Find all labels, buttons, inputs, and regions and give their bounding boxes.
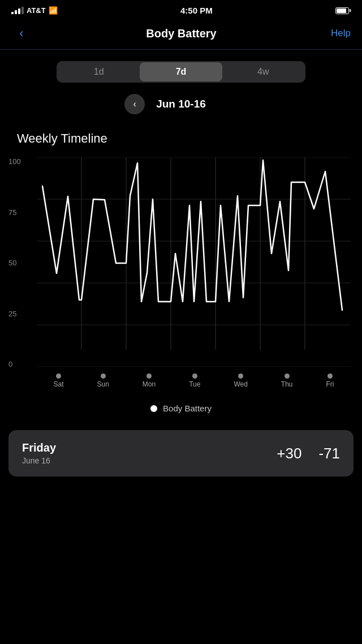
card-charge: +30 bbox=[277, 445, 301, 462]
prev-icon: ‹ bbox=[133, 99, 136, 109]
date-range-label: Jun 10-16 bbox=[156, 98, 206, 110]
nav-header: ‹ Body Battery Help bbox=[0, 19, 362, 50]
x-label-tue: Tue bbox=[189, 373, 200, 388]
y-label-100: 100 bbox=[8, 157, 21, 166]
card-stats: +30 -71 bbox=[277, 445, 340, 462]
chart-legend: Body Battery bbox=[0, 397, 362, 424]
signal-icon bbox=[11, 7, 24, 14]
help-button[interactable]: Help bbox=[331, 28, 351, 39]
card-left: Friday June 16 bbox=[22, 441, 56, 465]
back-button[interactable]: ‹ bbox=[11, 23, 32, 44]
x-dot-thu bbox=[285, 373, 290, 379]
segment-1d[interactable]: 1d bbox=[58, 62, 140, 81]
status-bar: AT&T 📶 4:50 PM bbox=[0, 0, 362, 19]
x-dot-sat bbox=[56, 373, 61, 379]
card-date: June 16 bbox=[22, 456, 56, 465]
x-text-wed: Wed bbox=[234, 380, 247, 388]
card-day: Friday bbox=[22, 441, 56, 454]
chart-svg bbox=[37, 157, 351, 367]
y-label-50: 50 bbox=[8, 259, 21, 267]
x-label-wed: Wed bbox=[234, 373, 247, 388]
section-title: Weekly Timeline bbox=[0, 126, 362, 157]
y-axis-labels: 100 75 50 25 0 bbox=[8, 157, 21, 368]
carrier-label: AT&T bbox=[27, 6, 46, 15]
wifi-icon: 📶 bbox=[49, 6, 58, 15]
x-label-mon: Mon bbox=[143, 373, 156, 388]
x-dot-wed bbox=[238, 373, 243, 379]
card-drain: -71 bbox=[318, 445, 340, 462]
x-axis-labels: Sat Sun Mon Tue Wed Thu bbox=[37, 369, 351, 391]
x-text-sat: Sat bbox=[53, 380, 63, 388]
x-label-sun: Sun bbox=[97, 373, 109, 388]
status-left: AT&T 📶 bbox=[11, 6, 58, 15]
chart-container: 100 75 50 25 0 bbox=[0, 157, 362, 391]
legend-label: Body Battery bbox=[163, 403, 212, 413]
x-text-thu: Thu bbox=[281, 380, 293, 388]
bottom-card: Friday June 16 +30 -71 bbox=[8, 430, 354, 476]
segment-control: 1d 7d 4w bbox=[0, 61, 362, 83]
y-label-0: 0 bbox=[8, 360, 21, 368]
y-label-75: 75 bbox=[8, 208, 21, 217]
x-dot-mon bbox=[146, 373, 152, 379]
page-title: Body Battery bbox=[146, 27, 216, 40]
x-dot-sun bbox=[101, 373, 106, 379]
x-dot-tue bbox=[192, 373, 197, 379]
x-text-sun: Sun bbox=[97, 380, 109, 388]
x-label-sat: Sat bbox=[53, 373, 63, 388]
status-right bbox=[335, 7, 351, 14]
legend-dot bbox=[150, 405, 157, 412]
prev-date-button[interactable]: ‹ bbox=[124, 94, 145, 114]
segment-4w[interactable]: 4w bbox=[222, 62, 304, 81]
segment-inner: 1d 7d 4w bbox=[57, 61, 305, 83]
x-label-fri: Fri bbox=[326, 373, 334, 388]
status-time: 4:50 PM bbox=[180, 6, 213, 15]
segment-7d[interactable]: 7d bbox=[140, 62, 222, 81]
x-text-mon: Mon bbox=[143, 380, 156, 388]
x-dot-fri bbox=[327, 373, 333, 379]
y-label-25: 25 bbox=[8, 310, 21, 318]
chart-svg-wrap: Sat Sun Mon Tue Wed Thu bbox=[37, 157, 351, 391]
battery-icon bbox=[335, 7, 351, 14]
x-text-tue: Tue bbox=[189, 380, 200, 388]
date-nav: ‹ Jun 10-16 bbox=[0, 94, 362, 114]
x-label-thu: Thu bbox=[281, 373, 293, 388]
x-text-fri: Fri bbox=[326, 380, 334, 388]
